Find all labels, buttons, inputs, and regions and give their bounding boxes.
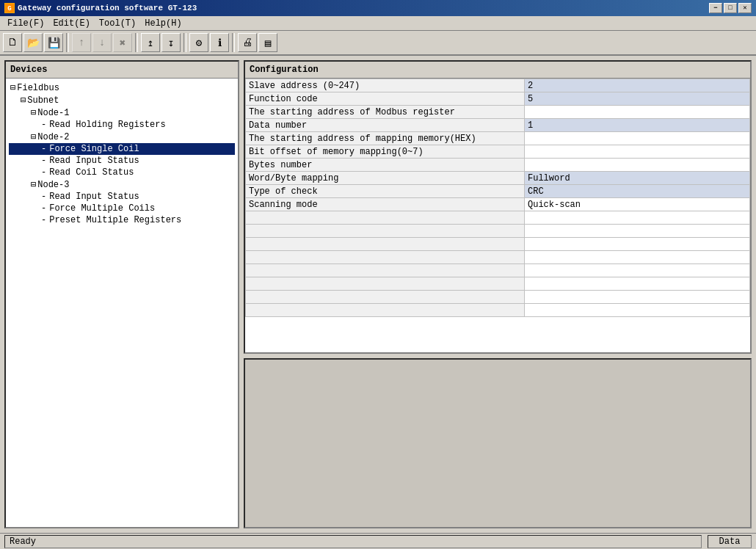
config-value-17 <box>525 304 750 317</box>
menu-item-tool[interactable]: Tool(T) <box>95 17 140 30</box>
leaf-icon-force-single-coil: - <box>41 144 46 154</box>
config-value-14 <box>525 264 750 277</box>
tree-item-subnet[interactable]: ⊟Subnet <box>9 94 235 106</box>
menu-item-help[interactable]: Help(H) <box>140 17 186 30</box>
expand-icon-node1: ⊟ <box>31 108 36 118</box>
status-text: Ready <box>4 535 702 548</box>
config-label-8: Type of check <box>246 185 525 198</box>
config-row-16 <box>246 291 750 304</box>
config-row-6: Bytes number <box>246 159 750 172</box>
config-value-16 <box>525 291 750 304</box>
config-value-9[interactable]: Quick-scan <box>525 198 750 211</box>
config-label-14 <box>246 264 525 277</box>
toolbar-btn-open[interactable]: 📂 <box>23 33 43 52</box>
toolbar-btn-info[interactable]: ℹ <box>210 33 229 52</box>
tree-item-force-single-coil[interactable]: -Force Single Coil <box>9 143 235 155</box>
maximize-button[interactable]: □ <box>724 3 737 13</box>
config-label-7: Word/Byte mapping <box>246 172 525 185</box>
tree-item-read-coil-status[interactable]: -Read Coil Status <box>9 167 235 178</box>
toolbar-btn-prev[interactable]: ▤ <box>258 33 277 52</box>
menu-item-edit[interactable]: Edit(E) <box>48 17 94 30</box>
menu-bar: File(F)Edit(E)Tool(T)Help(H) <box>0 16 756 31</box>
toolbar-btn-up: ↑ <box>72 33 91 52</box>
config-row-3: Data number1 <box>246 119 750 132</box>
config-row-15 <box>246 277 750 291</box>
leaf-icon-read-input-status2: - <box>41 192 46 202</box>
title-bar: G Gateway configuration software GT-123 … <box>0 0 756 16</box>
tree-item-read-input-status[interactable]: -Read Input Status <box>9 155 235 167</box>
toolbar-btn-exp1[interactable]: ↥ <box>141 33 160 52</box>
config-value-2 <box>525 106 750 119</box>
toolbar-btn-exp2[interactable]: ↧ <box>161 33 181 52</box>
config-value-8[interactable]: CRC <box>525 185 750 198</box>
tree-item-label-read-input-status2: Read Input Status <box>49 192 139 202</box>
config-label-12 <box>246 238 525 251</box>
config-value-11 <box>525 225 750 238</box>
tree-item-read-input-status2[interactable]: -Read Input Status <box>9 191 235 203</box>
tree-item-label-read-holding-registers: Read Holding Registers <box>49 120 165 130</box>
config-value-1[interactable]: 5 <box>525 92 750 106</box>
config-table-area: Configuration Slave address (0~247)2Func… <box>244 60 752 354</box>
config-row-0: Slave address (0~247)2 <box>246 79 750 92</box>
leaf-icon-force-multiple-coils: - <box>41 203 46 214</box>
menu-item-file[interactable]: File(F) <box>3 17 48 30</box>
config-row-4: The starting address of mapping memory(H… <box>246 132 750 145</box>
tree-item-node3[interactable]: ⊟Node-3 <box>9 178 235 191</box>
config-value-15 <box>525 277 750 291</box>
status-mode: Data <box>708 535 752 548</box>
toolbar-separator-sep4 <box>232 33 235 52</box>
config-value-7[interactable]: Fullword <box>525 172 750 185</box>
expand-icon-fieldbus: ⊟ <box>10 83 15 93</box>
config-value-6 <box>525 159 750 172</box>
tree-item-label-force-single-coil: Force Single Coil <box>49 144 139 154</box>
toolbar-btn-print[interactable]: 🖨 <box>238 33 257 52</box>
right-panel: Configuration Slave address (0~247)2Func… <box>244 60 752 528</box>
tree-item-label-node3: Node-3 <box>37 180 69 190</box>
toolbar-separator-sep2 <box>135 33 138 52</box>
main-area: Devices ⊟Fieldbus⊟Subnet⊟Node-1-Read Hol… <box>0 56 756 533</box>
toolbar: 🗋📂💾↑↓✖↥↧⚙ℹ🖨▤ <box>0 31 756 56</box>
config-value-5 <box>525 145 750 159</box>
expand-icon-node3: ⊟ <box>31 180 36 190</box>
config-value-3[interactable]: 1 <box>525 119 750 132</box>
config-table: Slave address (0~247)2Function code5The … <box>245 79 750 317</box>
toolbar-btn-new[interactable]: 🗋 <box>3 33 22 52</box>
config-header: Configuration <box>245 62 750 79</box>
config-row-8: Type of checkCRC <box>246 185 750 198</box>
tree-item-label-fieldbus: Fieldbus <box>17 83 59 93</box>
bottom-panel <box>244 358 752 528</box>
device-tree: ⊟Fieldbus⊟Subnet⊟Node-1-Read Holding Reg… <box>6 79 238 229</box>
devices-header: Devices <box>6 62 238 79</box>
minimize-button[interactable]: − <box>709 3 722 13</box>
config-row-1: Function code5 <box>246 92 750 106</box>
config-value-13 <box>525 251 750 264</box>
expand-icon-subnet: ⊟ <box>21 95 26 106</box>
config-row-17 <box>246 304 750 317</box>
config-row-9: Scanning modeQuick-scan <box>246 198 750 211</box>
tree-item-read-holding-registers[interactable]: -Read Holding Registers <box>9 119 235 131</box>
tree-item-force-multiple-coils[interactable]: -Force Multiple Coils <box>9 203 235 214</box>
tree-item-preset-multiple-registers[interactable]: -Preset Multiple Registers <box>9 214 235 226</box>
config-row-7: Word/Byte mappingFullword <box>246 172 750 185</box>
close-button[interactable]: ✕ <box>738 3 752 13</box>
config-row-14 <box>246 264 750 277</box>
config-label-10 <box>246 211 525 225</box>
tree-item-fieldbus[interactable]: ⊟Fieldbus <box>9 81 235 94</box>
toolbar-btn-save[interactable]: 💾 <box>44 33 63 52</box>
config-label-0: Slave address (0~247) <box>246 79 525 92</box>
toolbar-separator-sep1 <box>66 33 69 52</box>
config-value-10 <box>525 211 750 225</box>
config-row-10 <box>246 211 750 225</box>
config-label-13 <box>246 251 525 264</box>
toolbar-separator-sep3 <box>183 33 186 52</box>
config-value-0[interactable]: 2 <box>525 79 750 92</box>
config-label-3: Data number <box>246 119 525 132</box>
tree-item-node2[interactable]: ⊟Node-2 <box>9 131 235 143</box>
config-row-12 <box>246 238 750 251</box>
config-label-5: Bit offset of memory mapping(0~7) <box>246 145 525 159</box>
tree-item-label-subnet: Subnet <box>27 95 59 106</box>
tree-item-label-force-multiple-coils: Force Multiple Coils <box>49 203 155 214</box>
toolbar-btn-cfg[interactable]: ⚙ <box>189 33 208 52</box>
tree-item-node1[interactable]: ⊟Node-1 <box>9 106 235 119</box>
status-bar: Ready Data <box>0 533 756 549</box>
